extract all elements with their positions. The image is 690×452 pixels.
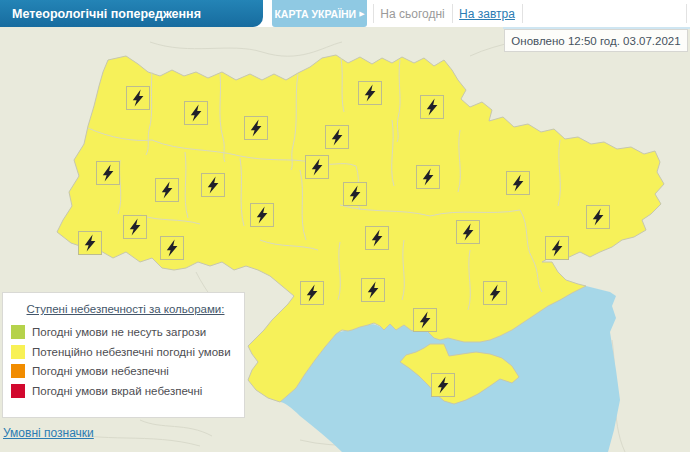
thunderstorm-warning-icon[interactable] <box>97 162 120 185</box>
tab-today[interactable]: На сьогодні <box>373 0 452 27</box>
legend-item-label: Потенційно небезпечні погодні умови <box>32 346 231 358</box>
thunderstorm-warning-icon[interactable] <box>161 237 184 260</box>
thunderstorm-warning-icon[interactable] <box>457 221 480 244</box>
thunderstorm-warning-icon[interactable] <box>507 172 530 195</box>
tab-map-of-ukraine[interactable]: КАРТА УКРАЇНИ ▶ <box>272 0 367 27</box>
legend-item-label: Погодні умови небезпечні <box>32 365 169 377</box>
thunderstorm-warning-icon[interactable] <box>421 96 444 119</box>
tab-divider <box>373 4 374 23</box>
tomorrow-link[interactable]: На завтра <box>459 7 515 21</box>
tab-divider <box>522 4 523 23</box>
legend-box: Ступені небезпечності за кольорами: Пого… <box>2 292 245 418</box>
updated-timestamp-box: Оновлено 12:50 год. 03.07.2021 <box>504 29 688 52</box>
symbols-link-wrap: Умовні позначки <box>3 426 94 440</box>
legend-item-label: Погодні умови вкрай небезпечні <box>32 385 202 397</box>
thunderstorm-warning-icon[interactable] <box>124 216 147 239</box>
tab-tomorrow[interactable]: На завтра <box>452 0 522 27</box>
thunderstorm-warning-icon[interactable] <box>79 232 102 255</box>
thunderstorm-warning-icon[interactable] <box>359 82 382 105</box>
symbols-link[interactable]: Умовні позначки <box>3 426 94 440</box>
legend-color-swatch <box>11 345 25 359</box>
thunderstorm-warning-icon[interactable] <box>251 204 274 227</box>
header-bar: Метеорологічні попередження КАРТА УКРАЇН… <box>0 0 690 27</box>
thunderstorm-warning-icon[interactable] <box>432 374 455 397</box>
legend-item: Погодні умови вкрай небезпечні <box>11 384 244 398</box>
thunderstorm-warning-icon[interactable] <box>417 166 440 189</box>
thunderstorm-warning-icon[interactable] <box>245 117 268 140</box>
thunderstorm-warning-icon[interactable] <box>344 183 367 206</box>
legend-items: Погодні умови не несуть загрозиПотенційн… <box>11 325 244 398</box>
legend-color-swatch <box>11 384 25 398</box>
thunderstorm-warning-icon[interactable] <box>326 126 349 149</box>
legend-title: Ступені небезпечності за кольорами: <box>11 303 240 315</box>
thunderstorm-warning-icon[interactable] <box>202 174 225 197</box>
legend-item: Потенційно небезпечні погодні умови <box>11 345 244 359</box>
thunderstorm-warning-icon[interactable] <box>185 102 208 125</box>
legend-item-label: Погодні умови не несуть загрози <box>32 326 206 338</box>
thunderstorm-warning-icon[interactable] <box>546 237 569 260</box>
legend-color-swatch <box>11 325 25 339</box>
legend-color-swatch <box>11 364 25 378</box>
thunderstorm-warning-icon[interactable] <box>366 227 389 250</box>
thunderstorm-warning-icon[interactable] <box>156 179 179 202</box>
thunderstorm-warning-icon[interactable] <box>362 279 385 302</box>
thunderstorm-warning-icon[interactable] <box>587 206 610 229</box>
tab-divider <box>686 4 687 23</box>
thunderstorm-warning-icon[interactable] <box>414 309 437 332</box>
thunderstorm-warning-icon[interactable] <box>306 156 329 179</box>
app-title-block: Метеорологічні попередження <box>0 0 263 27</box>
weather-warnings-page: Метеорологічні попередження КАРТА УКРАЇН… <box>0 0 690 452</box>
thunderstorm-warning-icon[interactable] <box>127 87 150 110</box>
thunderstorm-warning-icon[interactable] <box>301 282 324 305</box>
tab-divider <box>452 4 453 23</box>
thunderstorm-warning-icon[interactable] <box>484 282 507 305</box>
legend-item: Погодні умови небезпечні <box>11 364 244 378</box>
page-title: Метеорологічні попередження <box>0 7 201 21</box>
legend-item: Погодні умови не несуть загрози <box>11 325 244 339</box>
arrow-right-icon: ▶ <box>359 10 364 18</box>
